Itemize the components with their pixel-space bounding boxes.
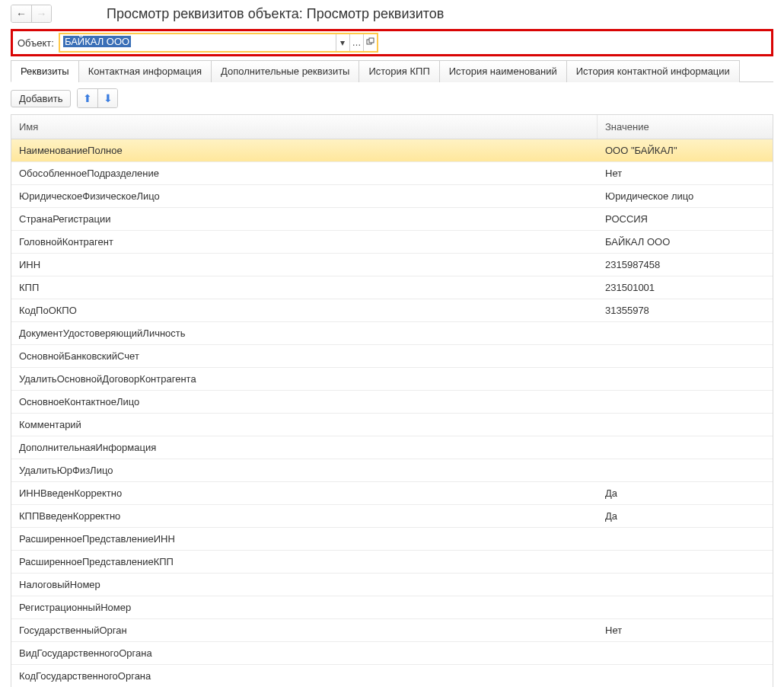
tab-2[interactable]: Дополнительные реквизиты	[211, 60, 359, 82]
table-row[interactable]: НалоговыйНомер	[11, 574, 773, 596]
ellipsis-icon: …	[352, 37, 361, 48]
cell-value: РОССИЯ	[598, 209, 773, 229]
cell-name: УдалитьЮрФизЛицо	[11, 460, 598, 481]
table-row[interactable]: НаименованиеПолноеООО "БАЙКАЛ"	[11, 139, 773, 162]
object-label: Объект:	[16, 37, 56, 49]
object-dropdown-button[interactable]: ▾	[336, 34, 349, 51]
cell-value	[598, 535, 773, 544]
table-header: Имя Значение	[11, 115, 773, 139]
cell-name: ВидГосударственногоОргана	[11, 643, 598, 663]
cell-name: РегистрационныйНомер	[11, 597, 598, 618]
move-up-button[interactable]: ⬆	[78, 89, 97, 107]
table-row[interactable]: ДополнительнаяИнформация	[11, 436, 773, 459]
open-icon	[366, 37, 374, 48]
chevron-down-icon: ▾	[340, 37, 345, 48]
table-row[interactable]: ОбособленноеПодразделениеНет	[11, 162, 773, 185]
cell-name: ОбособленноеПодразделение	[11, 163, 598, 184]
cell-name: РасширенноеПредставлениеКПП	[11, 551, 598, 572]
cell-name: КодГосударственногоОргана	[11, 666, 598, 686]
table-row[interactable]: РасширенноеПредставлениеКПП	[11, 551, 773, 574]
table-row[interactable]: РегистрационныйНомер	[11, 596, 773, 619]
object-open-button[interactable]	[363, 34, 377, 51]
cell-value	[598, 398, 773, 407]
cell-name: ДополнительнаяИнформация	[11, 437, 598, 458]
table-row[interactable]: ИННВведенКорректноДа	[11, 482, 773, 505]
cell-value: Да	[598, 506, 773, 526]
object-input-value: БАЙКАЛ ООО	[63, 36, 131, 47]
object-select-button[interactable]: …	[349, 34, 363, 51]
cell-name: ОсновноеКонтактноеЛицо	[11, 391, 598, 412]
tab-4[interactable]: История наименований	[439, 60, 567, 82]
table-row[interactable]: РасширенноеПредставлениеИНН	[11, 528, 773, 551]
table-row[interactable]: ОсновноеКонтактноеЛицо	[11, 391, 773, 414]
toolbar: Добавить ⬆ ⬇	[0, 82, 784, 114]
cell-value	[598, 649, 773, 658]
header-value[interactable]: Значение	[598, 115, 773, 139]
table-row[interactable]: ИНН2315987458	[11, 254, 773, 276]
table-row[interactable]: ГоловнойКонтрагентБАЙКАЛ ООО	[11, 231, 773, 254]
cell-name: ИННВведенКорректно	[11, 483, 598, 503]
svg-rect-1	[369, 38, 374, 43]
cell-value	[598, 672, 773, 681]
cell-value: 31355978	[598, 300, 773, 321]
arrow-down-icon: ⬇	[104, 92, 113, 104]
cell-value	[598, 352, 773, 361]
cell-name: ГоловнойКонтрагент	[11, 232, 598, 252]
table-row[interactable]: КодГосударственногоОргана	[11, 665, 773, 687]
move-down-button[interactable]: ⬇	[97, 89, 117, 107]
tab-0[interactable]: Реквизиты	[11, 60, 79, 82]
cell-value: 2315987458	[598, 254, 773, 275]
header-name[interactable]: Имя	[11, 115, 598, 139]
cell-name: КодПоОКПО	[11, 300, 598, 321]
table-row[interactable]: КодПоОКПО31355978	[11, 299, 773, 322]
arrow-left-icon: ←	[16, 8, 27, 20]
table-row[interactable]: УдалитьЮрФизЛицо	[11, 459, 773, 482]
table-row[interactable]: ОсновнойБанковскийСчет	[11, 345, 773, 368]
cell-value	[598, 443, 773, 452]
cell-name: УдалитьОсновнойДоговорКонтрагента	[11, 369, 598, 389]
cell-value	[598, 375, 773, 384]
cell-name: ИНН	[11, 254, 598, 275]
cell-name: ЮридическоеФизическоеЛицо	[11, 186, 598, 206]
table-row[interactable]: ВидГосударственногоОргана	[11, 642, 773, 665]
cell-name: НаименованиеПолное	[11, 140, 598, 161]
table-body: НаименованиеПолноеООО "БАЙКАЛ"Обособленн…	[11, 139, 773, 687]
cell-value: ООО "БАЙКАЛ"	[598, 140, 773, 161]
table-row[interactable]: ЮридическоеФизическоеЛицоЮридическое лиц…	[11, 185, 773, 208]
object-input-group: БАЙКАЛ ООО ▾ …	[59, 33, 378, 53]
cell-value	[598, 603, 773, 612]
cell-value	[598, 329, 773, 338]
move-buttons: ⬆ ⬇	[77, 88, 118, 108]
cell-name: ГосударственныйОрган	[11, 620, 598, 641]
tab-5[interactable]: История контактной информации	[566, 60, 740, 82]
back-button[interactable]: ←	[11, 5, 31, 22]
add-button[interactable]: Добавить	[11, 90, 71, 107]
attributes-table: Имя Значение НаименованиеПолноеООО "БАЙК…	[11, 114, 773, 687]
tab-1[interactable]: Контактная информация	[78, 60, 212, 82]
cell-value: Нет	[598, 163, 773, 184]
table-row[interactable]: КППВведенКорректноДа	[11, 505, 773, 528]
table-row[interactable]: Комментарий	[11, 414, 773, 436]
table-row[interactable]: УдалитьОсновнойДоговорКонтрагента	[11, 368, 773, 391]
cell-name: СтранаРегистрации	[11, 209, 598, 229]
cell-value: Нет	[598, 620, 773, 641]
forward-button[interactable]: →	[31, 5, 51, 22]
arrow-up-icon: ⬆	[83, 92, 92, 104]
cell-value	[598, 558, 773, 567]
table-row[interactable]: СтранаРегистрацииРОССИЯ	[11, 208, 773, 231]
tab-3[interactable]: История КПП	[359, 60, 439, 82]
cell-value: Юридическое лицо	[598, 186, 773, 206]
cell-name: ОсновнойБанковскийСчет	[11, 346, 598, 366]
page-title: Просмотр реквизитов объекта: Просмотр ре…	[107, 6, 444, 22]
cell-value: 231501001	[598, 277, 773, 298]
table-row[interactable]: ДокументУдостоверяющийЛичность	[11, 322, 773, 345]
nav-buttons: ← →	[11, 5, 52, 23]
object-input[interactable]: БАЙКАЛ ООО	[60, 34, 336, 51]
arrow-right-icon: →	[37, 8, 47, 20]
table-row[interactable]: ГосударственныйОрганНет	[11, 619, 773, 642]
cell-value: Да	[598, 483, 773, 503]
cell-value	[598, 466, 773, 475]
cell-name: Комментарий	[11, 414, 598, 435]
table-row[interactable]: КПП231501001	[11, 276, 773, 299]
cell-name: НалоговыйНомер	[11, 574, 598, 595]
